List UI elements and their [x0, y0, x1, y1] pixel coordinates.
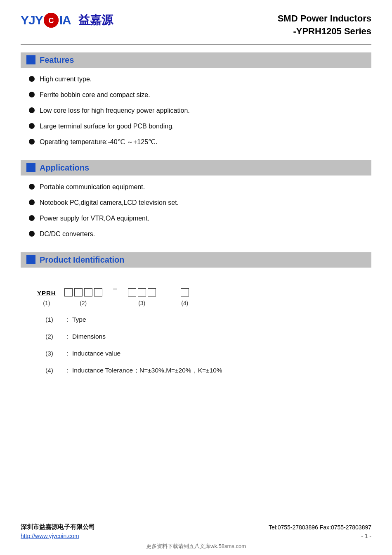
title-line2: -YPRH1205 Series [278, 25, 371, 38]
list-item: Power supply for VTR,OA equipment. [29, 213, 371, 223]
product-group4-boxes [181, 288, 189, 296]
product-box [84, 288, 92, 296]
product-id-blue-square-icon [26, 255, 35, 264]
product-group2-num: (2) [80, 300, 87, 306]
title-line1: SMD Power Inductors [278, 12, 371, 25]
bullet-icon [29, 139, 35, 145]
product-id-group1: YPRH (1) [37, 289, 56, 306]
logo-area: YJY C IA 益嘉源 [21, 12, 113, 28]
feature-item-5: Operating temperature:-40℃ ～+125℃. [40, 137, 157, 147]
applications-blue-square-icon [26, 163, 35, 172]
features-title: Features [40, 55, 74, 65]
product-id-group3: (3) [128, 288, 156, 306]
bullet-icon [29, 199, 35, 205]
desc-num-4: (4) [45, 365, 64, 375]
title-area: SMD Power Inductors -YPRH1205 Series [278, 12, 371, 38]
bullet-icon [29, 92, 35, 97]
product-prefix-label: YPRH [37, 289, 56, 296]
list-item: Operating temperature:-40℃ ～+125℃. [29, 137, 371, 147]
product-box [94, 288, 102, 296]
product-desc-row-2: (2) ： Dimensions [45, 332, 347, 341]
desc-colon-1: ： [64, 315, 72, 324]
desc-num-2: (2) [45, 332, 64, 341]
footer-contact: Tel:0755-27803896 Fax:0755-27803897 [269, 524, 371, 531]
list-item: DC/DC converters. [29, 229, 371, 239]
bullet-icon [29, 184, 35, 190]
list-item: Portable communication equipment. [29, 182, 371, 192]
product-group4-num: (4) [181, 300, 188, 306]
page-header: YJY C IA 益嘉源 SMD Power Inductors -YPRH12… [21, 12, 371, 45]
product-desc-row-3: (3) ： Inductance value [45, 349, 347, 358]
page-footer: 深圳市益嘉源电子有限公司 Tel:0755-27803896 Fax:0755-… [0, 518, 392, 555]
product-group2-boxes [64, 288, 102, 296]
desc-colon-2: ： [64, 332, 72, 341]
app-item-2: Notebook PC,digital camera,LCD televisio… [40, 198, 179, 208]
footer-row-2: http://www.yjycoin.com - 1 - [21, 533, 371, 539]
app-item-4: DC/DC converters. [40, 229, 95, 239]
list-item: Large terminal surface for good PCB bond… [29, 121, 371, 131]
main-title: SMD Power Inductors -YPRH1205 Series [278, 12, 371, 38]
app-item-1: Portable communication equipment. [40, 182, 145, 192]
app-item-3: Power supply for VTR,OA equipment. [40, 213, 149, 223]
product-group1-num: (1) [43, 300, 50, 306]
footer-row-1: 深圳市益嘉源电子有限公司 Tel:0755-27803896 Fax:0755-… [21, 523, 371, 531]
product-id-dash: － [111, 282, 120, 295]
product-group3-num: (3) [138, 300, 145, 306]
features-blue-square-icon [26, 55, 35, 64]
product-id-diagram: YPRH (1) (2) － (3) [21, 274, 371, 311]
logo-cn-text: 益嘉源 [78, 12, 113, 28]
desc-val-1: Type [72, 315, 86, 324]
product-id-title: Product Identification [40, 255, 125, 265]
bullet-icon [29, 215, 35, 221]
list-item: Low core loss for high frequency power a… [29, 106, 371, 116]
bullet-icon [29, 231, 35, 237]
bullet-icon [29, 76, 35, 82]
footer-watermark: 更多资料下载请到五八文库wk.58sms.com [21, 543, 371, 550]
product-id-group2: (2) [64, 288, 102, 306]
product-box [148, 288, 156, 296]
logo-icon: YJY C IA [21, 13, 71, 28]
list-item: Notebook PC,digital camera,LCD televisio… [29, 198, 371, 208]
desc-num-1: (1) [45, 315, 64, 324]
product-id-descriptions: (1) ： Type (2) ： Dimensions (3) ： Induct… [21, 311, 371, 391]
applications-title: Applications [40, 163, 89, 173]
desc-val-4: Inductance Tolerance；N=±30%,M=±20%，K=±10… [72, 365, 222, 375]
product-id-section-header: Product Identification [21, 252, 371, 268]
feature-item-2: Ferrite bobbin core and compact size. [40, 90, 150, 100]
footer-page-number: - 1 - [361, 533, 371, 539]
product-box [138, 288, 146, 296]
product-box [74, 288, 83, 296]
product-box [128, 288, 136, 296]
feature-item-3: Low core loss for high frequency power a… [40, 106, 190, 116]
bullet-icon [29, 123, 35, 129]
product-box [181, 288, 189, 296]
desc-val-3: Inductance value [72, 349, 120, 358]
footer-company: 深圳市益嘉源电子有限公司 [21, 523, 95, 531]
logo-coin: C [44, 13, 59, 28]
desc-colon-4: ： [64, 365, 72, 375]
footer-url[interactable]: http://www.yjycoin.com [21, 533, 79, 539]
bullet-icon [29, 107, 35, 113]
logo-letters-right: IA [59, 13, 71, 27]
product-desc-row-4: (4) ： Inductance Tolerance；N=±30%,M=±20%… [45, 365, 347, 375]
features-section-header: Features [21, 52, 371, 68]
feature-item-4: Large terminal surface for good PCB bond… [40, 121, 174, 131]
product-group3-boxes [128, 288, 156, 296]
desc-num-3: (3) [45, 349, 64, 358]
features-list: High current type. Ferrite bobbin core a… [21, 74, 371, 157]
applications-list: Portable communication equipment. Notebo… [21, 182, 371, 249]
desc-colon-3: ： [64, 349, 72, 358]
applications-section-header: Applications [21, 160, 371, 176]
list-item: High current type. [29, 74, 371, 84]
logo-letters-left: YJY [21, 13, 43, 27]
svg-text:C: C [48, 17, 54, 25]
product-desc-row-1: (1) ： Type [45, 315, 347, 324]
desc-val-2: Dimensions [72, 332, 106, 341]
product-id-group4: (4) [181, 288, 189, 306]
feature-item-1: High current type. [40, 74, 92, 84]
product-box [64, 288, 73, 296]
list-item: Ferrite bobbin core and compact size. [29, 90, 371, 100]
